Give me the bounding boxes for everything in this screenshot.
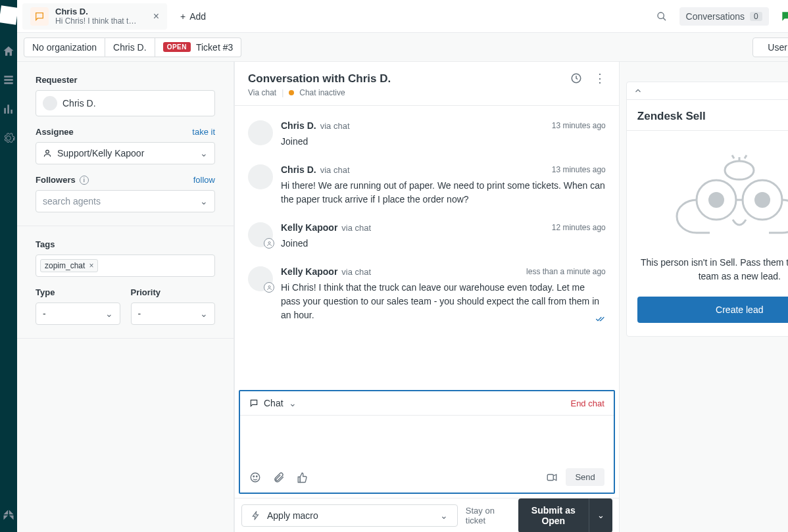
assignee-label: Assignee: [36, 127, 74, 137]
message-text: Joined: [281, 237, 606, 251]
submit-caret-button[interactable]: ⌄: [589, 498, 612, 533]
emoji-icon[interactable]: [249, 472, 261, 483]
conversations-button[interactable]: Conversations 0: [679, 7, 769, 26]
breadcrumb-ticket[interactable]: OPEN Ticket #3: [155, 37, 242, 57]
create-lead-button[interactable]: Create lead: [637, 297, 788, 323]
settings-icon[interactable]: [2, 132, 15, 145]
search-button[interactable]: [651, 5, 673, 28]
conversation-title: Conversation with Chris D.: [248, 72, 391, 85]
message-author: Kelly Kapoor: [281, 222, 337, 233]
collapse-button[interactable]: [627, 82, 788, 100]
status-dot-icon: [289, 90, 294, 95]
message-via: via chat: [320, 165, 350, 175]
ticket-number: Ticket #3: [196, 42, 233, 53]
assignee-select[interactable]: Support/Kelly Kapoor ⌄: [36, 142, 215, 164]
message: Chris D. via chat13 minutes agoHi there!…: [248, 157, 606, 214]
knowledge-icon[interactable]: [546, 472, 558, 483]
priority-value: -: [138, 308, 141, 319]
chat-icon: [249, 399, 259, 408]
via-label: Via chat: [248, 88, 276, 97]
message-text: Hi there! We are running out of paper. W…: [281, 179, 606, 206]
message-author: Chris D.: [281, 120, 316, 131]
history-icon[interactable]: [570, 72, 582, 84]
conversations-count: 0: [750, 12, 762, 21]
type-value: -: [43, 308, 46, 319]
apps-panel: Zendesk Sell: [620, 62, 788, 532]
svg-rect-14: [548, 474, 554, 480]
reports-icon[interactable]: [2, 103, 15, 116]
sell-title: Zendesk Sell: [637, 110, 706, 123]
open-badge: OPEN: [163, 42, 191, 52]
type-label: Type: [36, 287, 120, 297]
chat-status: Chat inactive: [299, 88, 345, 97]
chevron-down-icon: ⌄: [289, 398, 297, 408]
apply-macro-button[interactable]: Apply macro ⌄: [241, 504, 458, 527]
ticket-tab[interactable]: Chris D. Hi Chris! I think that th… ×: [22, 3, 167, 30]
reply-mode-label: Chat: [264, 398, 283, 408]
tab-subtitle: Hi Chris! I think that th…: [55, 16, 141, 26]
assignee-value: Support/Kelly Kapoor: [57, 148, 144, 158]
svg-point-9: [268, 241, 270, 243]
svg-point-13: [257, 475, 258, 477]
follow-link[interactable]: follow: [193, 175, 215, 185]
stay-on-ticket[interactable]: Stay on ticket: [466, 506, 508, 525]
remove-tag-icon[interactable]: ×: [89, 261, 93, 270]
message-via: via chat: [341, 223, 371, 233]
svg-point-0: [658, 12, 664, 18]
toggle-user[interactable]: User: [752, 37, 788, 57]
followers-input[interactable]: search agents ⌄: [36, 190, 215, 212]
composer: Chat ⌄ End chat: [239, 390, 615, 494]
attachment-icon[interactable]: [273, 472, 285, 483]
home-icon[interactable]: [2, 45, 15, 58]
chevron-up-icon: [633, 86, 643, 95]
tag-value: zopim_chat: [45, 261, 85, 270]
chevron-down-icon: ⌄: [105, 308, 113, 319]
message-author: Kelly Kapoor: [281, 266, 337, 277]
send-button[interactable]: Send: [566, 468, 604, 486]
take-it-link[interactable]: take it: [192, 127, 215, 137]
ticket-footer: Apply macro ⌄ Stay on ticket Submit as O…: [235, 498, 619, 532]
avatar: [248, 120, 273, 145]
message-text: Hi Chris! I think that the truck can lea…: [281, 281, 606, 322]
add-label: Add: [189, 11, 206, 22]
tag-chip: zopim_chat ×: [40, 259, 98, 272]
macro-label: Apply macro: [267, 510, 318, 521]
chevron-down-icon: ⌄: [440, 510, 448, 521]
ticket-fields-panel: Requester Chris D. Assignee take it Supp…: [17, 62, 234, 532]
tags-input[interactable]: zopim_chat ×: [36, 254, 215, 277]
thumbs-up-icon[interactable]: [297, 472, 308, 483]
requester-input[interactable]: Chris D.: [36, 90, 215, 116]
conversation-panel: Conversation with Chris D. Via chat | Ch…: [234, 62, 620, 532]
requester-value: Chris D.: [62, 98, 96, 109]
followers-placeholder: search agents: [43, 196, 101, 206]
message-author: Chris D.: [281, 164, 316, 175]
lightning-icon: [251, 511, 260, 520]
tabs-bar: Chris D. Hi Chris! I think that th… × + …: [17, 0, 788, 33]
zendesk-products-icon[interactable]: [2, 508, 15, 521]
tab-title: Chris D.: [55, 7, 141, 17]
views-icon[interactable]: [2, 74, 15, 87]
priority-select[interactable]: - ⌄: [131, 302, 216, 325]
end-chat-link[interactable]: End chat: [570, 399, 604, 408]
composer-textarea[interactable]: [240, 416, 614, 462]
type-select[interactable]: - ⌄: [36, 302, 120, 325]
refresh-apps-button[interactable]: [626, 68, 788, 79]
more-icon[interactable]: ⋮: [594, 72, 606, 84]
avatar: [248, 222, 273, 247]
nav-rail: [0, 0, 17, 532]
add-tab-button[interactable]: + Add: [172, 11, 214, 22]
breadcrumb-user[interactable]: Chris D.: [105, 37, 155, 57]
svg-point-18: [708, 192, 724, 208]
chat-status-button[interactable]: [776, 5, 788, 28]
reply-mode-select[interactable]: Chat ⌄: [249, 398, 297, 408]
submit-button[interactable]: Submit as Open: [518, 498, 589, 533]
breadcrumb-org[interactable]: No organization: [24, 37, 105, 57]
conversations-label: Conversations: [686, 11, 745, 22]
message-via: via chat: [320, 121, 350, 131]
chevron-down-icon: ⌄: [200, 148, 208, 158]
tags-label: Tags: [36, 239, 215, 249]
chevron-down-icon: ⌄: [200, 196, 208, 206]
close-icon[interactable]: ×: [153, 11, 159, 22]
info-icon[interactable]: i: [80, 176, 89, 185]
person-icon: [43, 149, 52, 158]
